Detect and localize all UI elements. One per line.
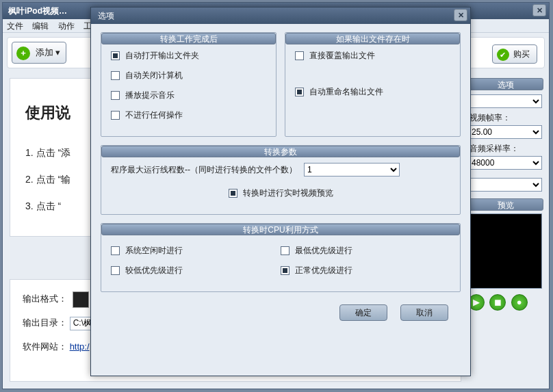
fps-select[interactable]: 25.00: [468, 125, 542, 139]
group4-title: 转换时CPU利用方式: [101, 224, 460, 235]
checkbox-icon: [111, 246, 120, 255]
checkbox-icon: [295, 51, 304, 60]
checkbox-icon: [111, 51, 120, 60]
opt-play-sound[interactable]: 播放提示音乐: [111, 90, 266, 101]
checkbox-icon: [295, 88, 304, 96]
threads-select[interactable]: 1: [304, 163, 400, 177]
group-file-exists: 如果输出文件存在时 直接覆盖输出文件 自动重命名输出文件: [285, 32, 461, 137]
group2-title: 如果输出文件存在时: [285, 33, 460, 44]
menu-file[interactable]: 文件: [7, 21, 23, 31]
out-format-label: 输出格式：: [23, 293, 67, 304]
sr-select[interactable]: 48000: [468, 156, 542, 170]
checkbox-icon: [229, 189, 237, 198]
menu-action[interactable]: 动作: [58, 21, 75, 31]
chevron-down-icon: ▾: [55, 47, 60, 57]
opt-do-nothing[interactable]: 不进行任何操作: [111, 109, 266, 121]
plus-icon: +: [16, 47, 30, 60]
right-column: 选项 视频帧率： 25.00 音频采样率： 48000 预览 ▶ ◼ ●: [468, 74, 543, 311]
main-title: 枫叶iPod视频…: [8, 6, 67, 16]
buy-label: 购买: [513, 49, 530, 59]
threads-label: 程序最大运行线程数--（同时进行转换的文件个数）: [111, 164, 297, 176]
site-label: 软件网站：: [23, 341, 67, 352]
opt-low-priority[interactable]: 较低优先级进行: [111, 265, 281, 276]
checkbox-icon: [111, 91, 120, 100]
checkbox-icon: [111, 111, 120, 120]
checkbox-icon: [111, 266, 120, 275]
main-close-icon[interactable]: ✕: [532, 4, 546, 16]
cancel-button[interactable]: 取消: [400, 304, 448, 321]
opt-shutdown[interactable]: 自动关闭计算机: [111, 70, 266, 81]
opt-overwrite[interactable]: 直接覆盖输出文件: [295, 50, 450, 62]
opt-idle-priority[interactable]: 系统空闲时进行: [111, 245, 281, 257]
checkbox-icon: [281, 266, 290, 275]
preview-title: 预览: [468, 198, 543, 211]
checkbox-icon: [111, 71, 120, 80]
cart-icon: ✔: [497, 49, 509, 61]
record-icon[interactable]: ●: [511, 294, 528, 311]
preview-box: [468, 213, 542, 289]
dialog-buttons: 确定 取消: [101, 300, 461, 321]
group1-title: 转换工作完成后: [101, 33, 276, 44]
dialog-title: 选项: [98, 11, 114, 21]
fps-label: 视频帧率：: [470, 112, 543, 124]
group-convert-params: 转换参数 程序最大运行线程数--（同时进行转换的文件个数） 1 转换时进行实时视…: [101, 145, 461, 215]
format-icon[interactable]: [73, 291, 89, 308]
stop-icon[interactable]: ◼: [489, 294, 506, 311]
right-options-title: 选项: [468, 78, 543, 90]
opt-realtime-preview[interactable]: 转换时进行实时视频预览: [229, 187, 333, 199]
dialog-titlebar: 选项 ✕: [91, 8, 470, 24]
dialog-close-icon[interactable]: ✕: [454, 9, 467, 21]
group-cpu-usage: 转换时CPU利用方式 系统空闲时进行 较低优先级进行 最低优先级进行 正常优先级…: [101, 223, 461, 292]
opt-rename[interactable]: 自动重命名输出文件: [295, 86, 450, 98]
dialog-body: 转换工作完成后 自动打开输出文件夹 自动关闭计算机 播放提示音乐 不进行任何操作…: [91, 24, 470, 328]
site-link[interactable]: http:/: [70, 341, 90, 352]
add-button[interactable]: + 添加 ▾: [12, 42, 66, 64]
add-label: 添加: [36, 47, 53, 57]
opt-open-folder[interactable]: 自动打开输出文件夹: [111, 50, 266, 62]
checkbox-icon: [281, 246, 290, 255]
right-select-1[interactable]: [468, 94, 542, 108]
right-select-2[interactable]: [468, 178, 542, 192]
sr-label: 音频采样率：: [470, 143, 543, 155]
ok-button[interactable]: 确定: [339, 304, 387, 321]
buy-button[interactable]: ✔ 购买: [492, 44, 537, 64]
preview-controls: ▶ ◼ ●: [468, 294, 543, 311]
menu-edit[interactable]: 编辑: [32, 21, 49, 31]
options-dialog: 选项 ✕ 转换工作完成后 自动打开输出文件夹 自动关闭计算机 播放提示音乐 不进…: [90, 7, 471, 376]
opt-lowest-priority[interactable]: 最低优先级进行: [281, 245, 450, 257]
opt-normal-priority[interactable]: 正常优先级进行: [281, 265, 450, 276]
group3-title: 转换参数: [101, 146, 460, 157]
out-dir-label: 输出目录：: [23, 317, 67, 328]
group-after-convert: 转换工作完成后 自动打开输出文件夹 自动关闭计算机 播放提示音乐 不进行任何操作: [101, 32, 276, 137]
